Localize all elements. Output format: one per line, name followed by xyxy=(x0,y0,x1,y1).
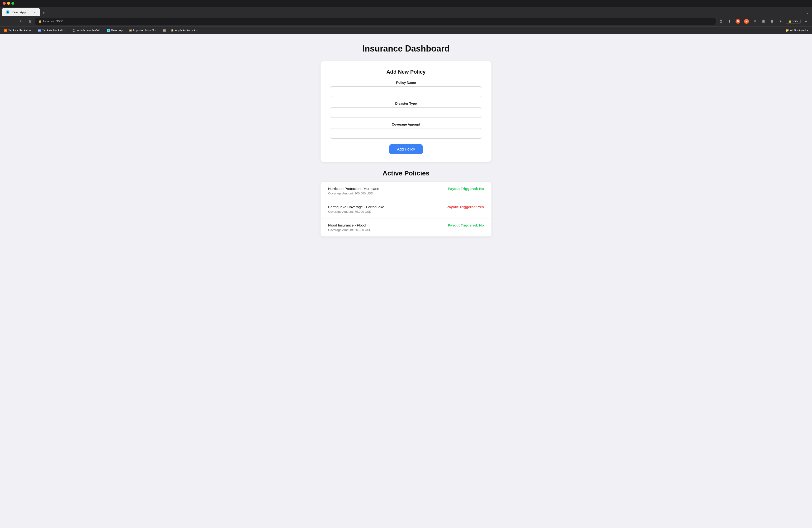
bookmark-favicon-3: ◯ xyxy=(72,29,75,32)
payout-status-badge: Payout Triggered: Yes xyxy=(447,205,484,209)
payout-status-badge: Payout Triggered: No xyxy=(448,223,484,227)
browser-chrome: ⚛ React App × + ⌄ ‹ › ↻ ⊕ 🔒 localhost:30… xyxy=(0,0,812,34)
bookmark-label-3: turbo/examples/kit... xyxy=(76,29,102,32)
back-button[interactable]: ‹ xyxy=(3,18,10,25)
bookmarks-icon: 📁 xyxy=(785,29,789,32)
share-icon[interactable]: ⬆ xyxy=(726,18,733,25)
add-policy-card: Add New Policy Policy Name Disaster Type… xyxy=(320,61,492,162)
bookmark-react[interactable]: ⚛ React App xyxy=(105,28,126,33)
bookmark-label-7: Apple AirPods Pro... xyxy=(175,29,200,32)
new-tab-button[interactable]: + xyxy=(40,10,47,16)
policy-name-input[interactable] xyxy=(330,86,482,97)
all-bookmarks-label: All Bookmarks xyxy=(790,29,808,32)
bookmark-label-2: TezAsia Hackatho... xyxy=(42,29,68,32)
brave-rewards-icon[interactable]: ▲ xyxy=(743,18,750,25)
menu-button[interactable]: ≡ xyxy=(802,18,809,25)
address-bar: ‹ › ↻ ⊕ 🔒 localhost:3000 ⊡ ⬆ B ▲ ⧉ ⊞ ⊟ ✦… xyxy=(0,16,812,27)
toolbar-right: ⊡ ⬆ B ▲ ⧉ ⊞ ⊟ ✦ 🔒 VPN ≡ xyxy=(717,18,809,25)
close-window-btn[interactable] xyxy=(3,2,6,5)
tab-favicon: ⚛ xyxy=(6,10,10,14)
url-bar[interactable]: 🔒 localhost:3000 xyxy=(35,18,715,25)
policy-name: Flood Insurance - Flood xyxy=(328,223,371,227)
bookmark-tezasia-2[interactable]: un TezAsia Hackatho... xyxy=(36,28,69,33)
coverage-amount-input[interactable] xyxy=(330,128,482,138)
page-title: Insurance Dashboard xyxy=(5,44,807,54)
bookmark-favicon-2: un xyxy=(38,29,41,32)
bookmark-page-button[interactable]: ⊕ xyxy=(27,18,33,25)
policy-row: Hurricane Protection - HurricaneCoverage… xyxy=(320,182,492,200)
bookmark-circle[interactable]: ◎ xyxy=(161,28,168,33)
policies-card: Hurricane Protection - HurricaneCoverage… xyxy=(320,182,492,236)
disaster-type-label: Disaster Type xyxy=(330,102,482,105)
active-tab[interactable]: ⚛ React App × xyxy=(2,8,40,16)
disaster-type-group: Disaster Type xyxy=(330,102,482,118)
refresh-button[interactable]: ↻ xyxy=(18,18,25,25)
brave-shield-icon[interactable]: B xyxy=(735,18,741,25)
policy-name: Earthquake Coverage - Earthquake xyxy=(328,205,384,209)
coverage-amount-group: Coverage Amount xyxy=(330,122,482,138)
add-policy-button[interactable]: Add Policy xyxy=(389,144,423,154)
policy-row: Flood Insurance - FloodCoverage Amount: … xyxy=(320,218,492,236)
policy-row: Earthquake Coverage - EarthquakeCoverage… xyxy=(320,200,492,218)
tab-bar: ⚛ React App × + ⌄ xyxy=(0,6,812,16)
browser-titlebar xyxy=(0,0,812,6)
bookmark-label-5: Imported from Go... xyxy=(133,29,158,32)
bookmark-airpods[interactable]: 📋 Apple AirPods Pro... xyxy=(169,28,202,33)
lock-icon: 🔒 xyxy=(38,19,42,23)
coverage-amount-label: Coverage Amount xyxy=(330,122,482,126)
bookmark-favicon-4: ⚛ xyxy=(107,29,110,32)
policy-info: Hurricane Protection - HurricaneCoverage… xyxy=(328,187,379,195)
minimize-window-btn[interactable] xyxy=(7,2,10,5)
sidebar-icon[interactable]: ⊞ xyxy=(760,18,767,25)
bookmark-favicon-7: 📋 xyxy=(171,29,174,32)
tab-close-button[interactable]: × xyxy=(32,10,36,14)
vpn-label: VPN xyxy=(793,20,798,23)
policy-name: Hurricane Protection - Hurricane xyxy=(328,187,379,191)
bookmarks-right: 📁 All Bookmarks xyxy=(783,28,810,33)
active-policies-title: Active Policies xyxy=(5,170,807,177)
forward-button[interactable]: › xyxy=(11,18,17,25)
policy-name-label: Policy Name xyxy=(330,81,482,85)
bookmark-favicon-1: T xyxy=(4,29,7,32)
url-text: localhost:3000 xyxy=(43,19,63,23)
split-view-icon[interactable]: ⊟ xyxy=(769,18,775,25)
policy-info: Earthquake Coverage - EarthquakeCoverage… xyxy=(328,205,384,214)
add-policy-card-title: Add New Policy xyxy=(330,69,482,75)
payout-status-badge: Payout Triggered: No xyxy=(448,187,484,191)
policy-coverage: Coverage Amount: 100,000 USD xyxy=(328,192,379,195)
maximize-window-btn[interactable] xyxy=(11,2,14,5)
bookmark-imported[interactable]: 📁 Imported from Go... xyxy=(127,28,160,33)
policy-coverage: Coverage Amount: 50,000 USD xyxy=(328,228,371,232)
leo-ai-icon[interactable]: ✦ xyxy=(777,18,784,25)
tab-label: React App xyxy=(11,11,26,14)
policy-name-group: Policy Name xyxy=(330,81,482,97)
disaster-type-input[interactable] xyxy=(330,107,482,118)
bookmark-favicon-5: 📁 xyxy=(129,29,132,32)
bookmark-tezasia-1[interactable]: T TezAsia Hackatho... xyxy=(2,28,35,33)
extensions-icon[interactable]: ⧉ xyxy=(752,18,758,25)
screen-share-icon[interactable]: ⊡ xyxy=(717,18,724,25)
policy-info: Flood Insurance - FloodCoverage Amount: … xyxy=(328,223,371,232)
bookmarks-bar: T TezAsia Hackatho... un TezAsia Hackath… xyxy=(0,27,812,34)
bookmark-label-1: TezAsia Hackatho... xyxy=(8,29,33,32)
page-content: Insurance Dashboard Add New Policy Polic… xyxy=(0,34,812,528)
all-bookmarks-button[interactable]: 📁 All Bookmarks xyxy=(783,28,810,33)
tab-dropdown-button[interactable]: ⌄ xyxy=(804,9,810,16)
vpn-icon: 🔒 xyxy=(788,20,792,23)
policy-coverage: Coverage Amount: 75,000 USD xyxy=(328,210,384,214)
vpn-button[interactable]: 🔒 VPN xyxy=(786,19,801,24)
bookmark-favicon-6: ◎ xyxy=(163,29,166,32)
bookmark-label-4: React App xyxy=(111,29,124,32)
nav-buttons: ‹ › ↻ xyxy=(3,18,25,25)
bookmark-turbo[interactable]: ◯ turbo/examples/kit... xyxy=(70,28,104,33)
